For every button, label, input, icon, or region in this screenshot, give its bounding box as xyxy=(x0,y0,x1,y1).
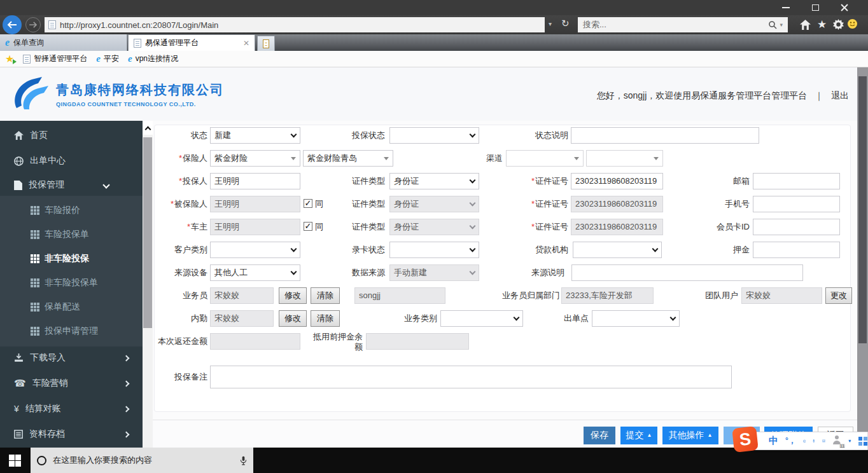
tab-ebaotong[interactable]: 易保通管理平台 ✕ xyxy=(128,34,255,51)
favorites-star-icon[interactable]: ★ xyxy=(817,18,827,31)
maximize-button[interactable] xyxy=(811,3,820,12)
sidebar-subitem-nonauto-insure[interactable]: 非车险投保 xyxy=(0,250,143,267)
email-input[interactable] xyxy=(753,173,840,189)
tab-policy-query[interactable]: e 保单查询 xyxy=(0,34,127,51)
deposit-input[interactable] xyxy=(753,242,840,258)
search-mic-icon[interactable] xyxy=(240,456,247,465)
other-actions-button[interactable]: 其他操作▲ xyxy=(662,427,718,444)
applicant-input[interactable]: 王明明 xyxy=(210,173,300,189)
salesman-modify-button[interactable]: 修改 xyxy=(279,287,307,304)
window-titlebar[interactable] xyxy=(0,0,868,15)
tab-close-icon[interactable]: ✕ xyxy=(243,39,249,48)
favorite-label: vpn连接情况 xyxy=(136,53,178,64)
scrollbar-thumb[interactable] xyxy=(858,76,867,343)
sidebar-item-auto-marketing[interactable]: ☎ 车险营销 xyxy=(0,374,143,393)
url-text: http://proxy1.countnet.cn:20807/Login/Ma… xyxy=(60,20,218,30)
biz-type-select[interactable] xyxy=(440,310,523,327)
loan-org-select[interactable] xyxy=(573,242,662,258)
feedback-smiley-icon[interactable] xyxy=(848,19,857,29)
source-device-label: 来源设备 xyxy=(153,264,207,281)
taskbar-search-placeholder: 在这里输入你要搜索的内容 xyxy=(53,455,152,466)
mobile-input[interactable] xyxy=(753,196,840,212)
dropdown-triangle-icon xyxy=(574,157,579,160)
source-note-input[interactable] xyxy=(571,264,803,281)
scroll-up-button[interactable] xyxy=(143,121,153,135)
sidebar-item-archives[interactable]: 资料存档 xyxy=(0,425,143,444)
refresh-icon[interactable]: ↻ xyxy=(561,18,570,29)
insure-status-select[interactable] xyxy=(389,127,479,144)
sidebar-item-insure-mgmt[interactable]: 投保管理 xyxy=(0,175,143,195)
submit-button[interactable]: 提交▲ xyxy=(620,427,657,444)
insurer-select[interactable]: 紫金财险 xyxy=(210,150,300,167)
insured-same-checkbox[interactable]: ✓ xyxy=(304,199,312,208)
ime-account-icon[interactable]: 11 xyxy=(832,435,841,447)
ime-toolbar[interactable]: 中 °， 11 xyxy=(740,432,868,450)
back-button[interactable] xyxy=(3,15,22,34)
voice-input-icon[interactable] xyxy=(813,435,815,446)
favorite-zhizetong[interactable]: 智择通管理平台 xyxy=(23,53,87,64)
site-header: 青岛康特网络科技有限公司 QINGDAO COUNTNET TECHNOLOGY… xyxy=(0,67,868,121)
cert-no-input-1[interactable]: 230231198608203119 xyxy=(571,173,663,189)
dropdown-triangle-icon xyxy=(654,157,659,160)
taskbar-search[interactable]: 在这里输入你要搜索的内容 xyxy=(31,448,253,473)
sidebar-subitem-policy-delivery[interactable]: 保单配送 xyxy=(0,299,143,315)
address-bar[interactable]: http://proxy1.countnet.cn:20807/Login/Ma… xyxy=(45,17,545,32)
home-icon[interactable] xyxy=(800,20,811,30)
member-id-input[interactable] xyxy=(753,219,840,235)
browser-search-box[interactable]: 搜索... ▾ xyxy=(578,17,788,32)
sidebar-subitem-insure-apply[interactable]: 投保申请管理 xyxy=(0,323,143,339)
insured-label: *被保险人 xyxy=(153,196,207,212)
card-status-label: 录卡状态 xyxy=(331,242,385,258)
gear-icon[interactable] xyxy=(833,19,844,30)
main-content: 状态 新建 投保状态 状态说明 *保险人 紫金财险 紫金财险青岛 渠道 *投保人… xyxy=(153,121,857,448)
card-status-select[interactable] xyxy=(389,242,479,258)
status-note-input[interactable] xyxy=(571,127,759,144)
office-clear-button[interactable]: 清除 xyxy=(311,310,340,327)
channel-select-2[interactable] xyxy=(586,150,663,167)
owner-same-checkbox[interactable]: ✓ xyxy=(304,222,312,231)
add-favorite-icon[interactable]: ★ xyxy=(5,53,14,65)
sidebar-item-issue-center[interactable]: 出单中心 xyxy=(0,151,143,170)
remark-textarea[interactable] xyxy=(210,366,732,388)
favorite-vpn[interactable]: e vpn连接情况 xyxy=(128,53,178,64)
new-tab-button[interactable] xyxy=(257,36,275,51)
skin-icon[interactable] xyxy=(848,436,851,446)
address-dropdown-caret[interactable]: ▾ xyxy=(549,20,552,27)
issue-point-select[interactable] xyxy=(592,310,680,327)
scrollbar-thumb[interactable] xyxy=(143,137,152,328)
source-device-select[interactable]: 其他人工 xyxy=(210,264,300,281)
status-select[interactable]: 新建 xyxy=(210,127,300,144)
sogou-logo[interactable]: S xyxy=(732,426,759,453)
sidebar-item-home[interactable]: 首页 xyxy=(0,126,143,145)
window-scrollbar[interactable] xyxy=(857,67,868,448)
search-dropdown-caret[interactable]: ▾ xyxy=(780,22,783,28)
tab-bar: e 保单查询 易保通管理平台 ✕ xyxy=(0,34,868,51)
office-modify-button[interactable]: 修改 xyxy=(279,310,307,327)
salesman-clear-button[interactable]: 清除 xyxy=(311,287,340,304)
ime-punctuation[interactable]: °， xyxy=(785,435,796,446)
minimize-button[interactable] xyxy=(781,3,790,12)
sidebar-scrollbar[interactable] xyxy=(143,121,153,448)
customer-type-label: 客户类别 xyxy=(153,242,207,258)
sidebar-subitem-auto-policy[interactable]: 车险投保单 xyxy=(0,226,143,243)
sidebar-subitem-auto-quote[interactable]: 车险报价 xyxy=(0,202,143,219)
insurer-branch-select[interactable]: 紫金财险青岛 xyxy=(303,150,393,167)
cert-type-select-1[interactable]: 身份证 xyxy=(389,173,479,189)
sidebar-item-settlement[interactable]: ¥ 结算对账 xyxy=(0,399,143,418)
close-button[interactable] xyxy=(840,3,849,12)
start-button[interactable] xyxy=(9,455,21,467)
emoji-icon[interactable] xyxy=(803,436,806,446)
toolbox-icon[interactable] xyxy=(858,437,867,446)
favorite-pingan[interactable]: e 平安 xyxy=(96,53,119,64)
save-button[interactable]: 保存 xyxy=(584,427,615,444)
customer-type-select[interactable] xyxy=(210,242,300,258)
sidebar-item-download-import[interactable]: 下载导入 xyxy=(0,348,143,367)
sidebar-subitem-nonauto-policy[interactable]: 非车险投保单 xyxy=(0,275,143,291)
channel-select-1[interactable] xyxy=(506,150,584,167)
keyboard-icon[interactable] xyxy=(822,437,825,445)
search-icon[interactable] xyxy=(768,20,777,29)
logout-link[interactable]: 退出 xyxy=(831,90,849,102)
ime-lang-mode[interactable]: 中 xyxy=(769,435,778,447)
team-user-change-button[interactable]: 更改 xyxy=(825,287,852,304)
forward-button[interactable] xyxy=(25,17,41,32)
